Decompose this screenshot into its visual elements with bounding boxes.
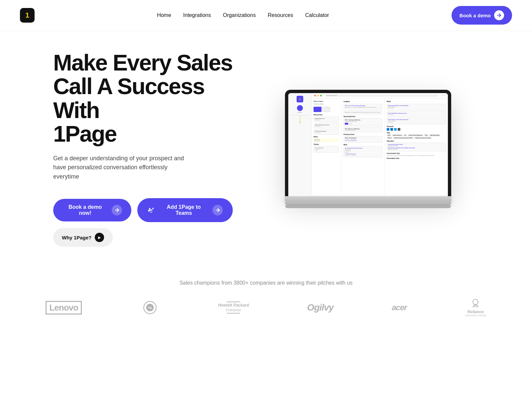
laptop-screen: 1 Account ⭐ 📁 🔔 ⚙ bbox=[285, 90, 451, 196]
app-content: Miriam Graham Sales Rep | Director Recen… bbox=[312, 98, 448, 196]
ticket-card: Lorem ipsum ticket Customer Id Status bbox=[314, 146, 339, 153]
app-screenshot: 1 Account ⭐ 📁 🔔 ⚙ bbox=[288, 93, 448, 196]
file-card-1: Analysis Berlin.doc 2 days ago bbox=[314, 117, 339, 122]
nav-link-calculator[interactable]: Calculator bbox=[305, 12, 329, 18]
insights-card: This is one of the meeting with Andy... … bbox=[343, 104, 382, 109]
play-icon: ▶ bbox=[95, 233, 104, 242]
laptop-mockup: 1 Account ⭐ 📁 🔔 ⚙ bbox=[285, 90, 451, 208]
app-sidebar: 1 Account ⭐ 📁 🔔 ⚙ bbox=[288, 93, 312, 196]
logo-lenovo: Lenovo bbox=[46, 299, 81, 316]
nav-link-resources[interactable]: Resources bbox=[268, 12, 293, 18]
logo-acer: acer bbox=[392, 299, 407, 316]
laptop-foot bbox=[285, 205, 451, 208]
app-topbar: app.get1page.com/1 ⊕ ⊕ ⊕ bbox=[312, 93, 448, 98]
logo-ogilvy: Ogilvy bbox=[307, 299, 334, 316]
social-proof-text: Sales champions from 3800+ companies are… bbox=[20, 280, 512, 286]
logo-hp: Hewlett Packard Enterprise bbox=[218, 299, 249, 316]
app-middle-panel: Insights This is one of the meeting with… bbox=[341, 98, 385, 196]
navbar: 1 Home Integrations Organizations Resour… bbox=[0, 0, 532, 31]
hero-image: 1 Account ⭐ 📁 🔔 ⚙ bbox=[257, 90, 479, 208]
social-proof-section: Sales champions from 3800+ companies are… bbox=[0, 260, 532, 329]
hero-title: Make Every Sales Call A Success With 1Pa… bbox=[53, 51, 233, 146]
logo[interactable]: 1 bbox=[20, 8, 35, 23]
logo-icon: 1 bbox=[20, 8, 35, 23]
hero-text: Make Every Sales Call A Success With 1Pa… bbox=[53, 51, 233, 247]
upcoming-event-card-2: 6:30 - Milestone Workshop The workshop p… bbox=[343, 127, 382, 132]
nav-link-home[interactable]: Home bbox=[157, 12, 171, 18]
arrow-right-icon bbox=[494, 10, 504, 20]
upcoming-event-card: 6:00 - Orientation Workshop The workshop… bbox=[343, 118, 382, 126]
education-card: University of North Florida May 1998 - M… bbox=[387, 143, 446, 151]
logo-reliance: Reliance Industries Limited bbox=[465, 299, 486, 316]
why-1page-button[interactable]: Why 1Page? ▶ bbox=[53, 228, 113, 247]
arrow-right-icon bbox=[112, 205, 122, 215]
hero-section: Make Every Sales Call A Success With 1Pa… bbox=[33, 31, 499, 260]
file-card-2: System-Requirements.docx 16 days ago bbox=[314, 123, 339, 128]
hero-subtitle: Get a deeper understanding of your prosp… bbox=[53, 154, 193, 182]
work-card: The Graupell Technical Counsel Lorem Ips… bbox=[343, 146, 382, 157]
hero-primary-actions: Book a demo now! Add 1Page to Teams bbox=[53, 198, 233, 222]
mail-card-3: New Product Launch Announcement In total… bbox=[387, 118, 446, 124]
nav-links: Home Integrations Organizations Resource… bbox=[157, 12, 329, 18]
app-main-area: app.get1page.com/1 ⊕ ⊕ ⊕ Miriam Graham S… bbox=[312, 93, 448, 196]
nav-book-demo-button[interactable]: Book a demo bbox=[452, 6, 512, 25]
app-right-panel: Mails Upcoming Deadline, Product Update.… bbox=[385, 98, 448, 196]
book-demo-now-button[interactable]: Book a demo now! bbox=[53, 199, 131, 221]
hero-actions: Book a demo now! Add 1Page to Teams bbox=[53, 198, 233, 247]
logo-td: TD bbox=[140, 299, 160, 316]
insights-card-2: Miriam went to University at North Flori… bbox=[343, 110, 382, 114]
mail-card-1: Upcoming Deadline, Product Update... In … bbox=[387, 104, 446, 110]
previous-event-card: 12:00 - Recap Review 1.27.2023 — 14.10.2… bbox=[343, 136, 382, 143]
mail-card-2: Training Deadline Announcement... 2 days… bbox=[387, 111, 446, 117]
add-to-teams-button[interactable]: Add 1Page to Teams bbox=[137, 198, 233, 222]
nav-link-integrations[interactable]: Integrations bbox=[183, 12, 211, 18]
file-card-3: Product Roadmap.pdf 16 days ago bbox=[314, 129, 339, 135]
laptop-bottom bbox=[285, 202, 451, 205]
logos-row: Lenovo TD Hewlett Packard Enterprise Ogi… bbox=[20, 299, 512, 316]
svg-text:TD: TD bbox=[148, 306, 152, 310]
app-ui: 1 Account ⭐ 📁 🔔 ⚙ bbox=[288, 93, 448, 196]
arrow-right-icon bbox=[212, 205, 223, 215]
svg-point-3 bbox=[473, 299, 478, 305]
hero-secondary-actions: Why 1Page? ▶ bbox=[53, 228, 233, 247]
app-left-panel: Miriam Graham Sales Rep | Director Recen… bbox=[312, 98, 341, 196]
teams-icon bbox=[147, 206, 155, 214]
laptop-base bbox=[285, 196, 451, 202]
nav-link-organizations[interactable]: Organizations bbox=[223, 12, 256, 18]
